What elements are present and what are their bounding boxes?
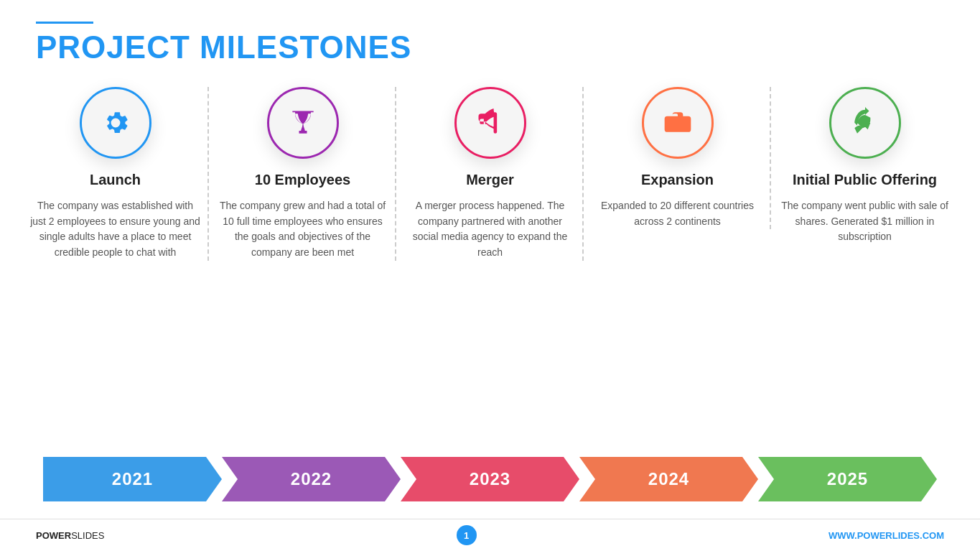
footer-website: WWW.POWERLIDES.COM: [829, 530, 944, 541]
milestone-title-expansion: Expansion: [641, 172, 714, 188]
footer-brand-regular: SLIDES: [71, 530, 104, 541]
milestone-desc-employees: The company grew and had a total of 10 f…: [217, 198, 389, 261]
gear-icon-circle: [80, 87, 151, 159]
header: PROJECT MILESTONES: [0, 0, 980, 73]
megaphone-icon-circle: [454, 87, 526, 159]
arrow-shape-2022: 2022: [222, 457, 401, 501]
footer-brand-bold: POWER: [36, 530, 71, 541]
milestone-item-launch: Launch The company was established with …: [29, 87, 202, 261]
title-black: PROJECT: [36, 29, 200, 65]
milestone-desc-launch: The company was established with just 2 …: [29, 198, 202, 261]
milestone-title-employees: 10 Employees: [255, 172, 350, 188]
timeline-section: 2021 2022 2023 2024 2025: [43, 447, 937, 511]
milestone-item-merger: Merger A merger process happened. The co…: [404, 87, 577, 261]
arrow-label-2025: 2025: [827, 469, 868, 489]
briefcase-icon-circle: [642, 87, 714, 159]
title-blue: MILESTONES: [200, 29, 411, 65]
milestone-desc-merger: A merger process happened. The company p…: [404, 198, 577, 261]
arrow-label-2023: 2023: [470, 469, 510, 489]
trophy-icon-circle: [267, 87, 339, 159]
arrow-item-2025: 2025: [758, 447, 937, 511]
milestone-desc-ipo: The company went public with sale of sha…: [779, 198, 951, 245]
milestone-item-ipo: Initial Public Offering The company went…: [779, 87, 951, 245]
arrow-item-2022: 2022: [222, 447, 401, 511]
footer: POWERSLIDES 1 WWW.POWERLIDES.COM: [0, 519, 980, 551]
arrow-shape-2025: 2025: [758, 457, 937, 501]
rocket-icon-circle: [829, 87, 901, 159]
milestone-item-employees: 10 Employees The company grew and had a …: [217, 87, 389, 261]
arrow-item-2021: 2021: [43, 447, 222, 511]
arrow-item-2023: 2023: [401, 447, 579, 511]
milestones-section: Launch The company was established with …: [0, 73, 980, 519]
arrow-shape-2021: 2021: [43, 457, 222, 501]
arrow-label-2024: 2024: [648, 469, 689, 489]
footer-page-number: 1: [457, 525, 477, 545]
milestone-desc-expansion: Expanded to 20 different countries acros…: [592, 198, 764, 229]
page-container: PROJECT MILESTONES Launch The company wa…: [0, 0, 980, 551]
arrow-shape-2024: 2024: [579, 457, 758, 501]
milestone-title-launch: Launch: [90, 172, 141, 188]
milestones-row: Launch The company was established with …: [22, 80, 958, 447]
milestone-title-ipo: Initial Public Offering: [793, 172, 937, 188]
arrow-label-2021: 2021: [112, 469, 153, 489]
milestone-title-merger: Merger: [466, 172, 514, 188]
arrow-item-2024: 2024: [579, 447, 758, 511]
header-accent-line: [36, 22, 93, 24]
page-title: PROJECT MILESTONES: [36, 29, 944, 65]
milestone-item-expansion: Expansion Expanded to 20 different count…: [592, 87, 764, 229]
arrow-shape-2023: 2023: [401, 457, 579, 501]
footer-brand: POWERSLIDES: [36, 530, 104, 541]
arrow-label-2022: 2022: [291, 469, 332, 489]
